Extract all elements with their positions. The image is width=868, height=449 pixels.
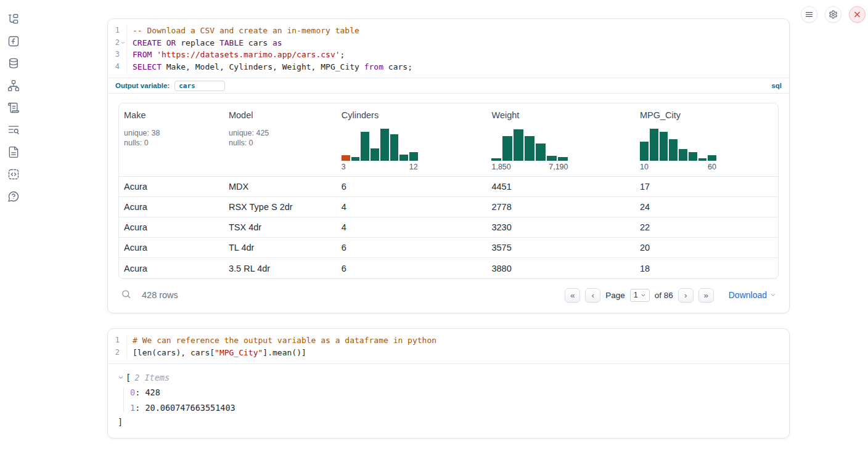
table-cell: 17 [635, 177, 778, 196]
table-cell: Acura [119, 238, 224, 257]
code-line[interactable]: 1# We can reference the output variable … [108, 334, 789, 347]
table-cell: 18 [635, 258, 778, 278]
histogram-bar[interactable] [650, 129, 658, 161]
top-right-controls [801, 6, 866, 23]
histogram-bar[interactable] [371, 148, 379, 161]
settings-button[interactable] [825, 6, 841, 23]
snippets-button[interactable] [6, 168, 21, 181]
column-header-weight: Weight1,8507,190 [486, 103, 635, 176]
table-row[interactable]: AcuraTSX 4dr4323022 [119, 217, 778, 238]
last-page-button[interactable]: » [698, 288, 714, 302]
histogram-bar[interactable] [708, 155, 716, 161]
total-pages-label: of 86 [655, 291, 673, 300]
histogram-bar[interactable] [525, 136, 534, 161]
database-button[interactable] [6, 57, 21, 70]
column-name[interactable]: Make [124, 110, 219, 120]
column-header-mpg_city: MPG_City1060 [635, 103, 778, 176]
pagination: « ‹ Page 1 of 86 › » Download [565, 288, 776, 302]
fold-chevron-icon[interactable] [120, 40, 126, 46]
functions-button[interactable] [6, 34, 21, 48]
code-line[interactable]: 3FROM 'https://datasets.marimo.app/cars.… [108, 49, 789, 61]
documentation-button[interactable] [6, 145, 21, 159]
table-row[interactable]: AcuraTL 4dr6357520 [119, 238, 778, 258]
histogram-bar[interactable] [679, 149, 687, 161]
shutdown-button[interactable] [849, 6, 866, 23]
nulls-count: nulls: 0 [229, 138, 332, 148]
code-line[interactable]: 4SELECT Make, Model, Cylinders, Weight, … [108, 61, 789, 73]
chevrons-left-icon: « [570, 291, 575, 300]
open-bracket: [ [126, 373, 131, 382]
histogram-bar[interactable] [361, 132, 369, 161]
database-icon [7, 57, 20, 70]
table-row[interactable]: AcuraRSX Type S 2dr4277824 [119, 197, 778, 217]
tree-root: [ 2 Items [118, 373, 779, 382]
line-number: 2 [108, 37, 127, 49]
column-name[interactable]: Cylinders [342, 110, 482, 120]
output-variable-label: Output variable: [115, 82, 170, 89]
collapse-toggle-button[interactable] [118, 373, 124, 382]
histogram-bar[interactable] [514, 129, 523, 161]
histogram-bar[interactable] [409, 152, 418, 161]
hist-max-label: 12 [409, 163, 418, 171]
logs-button[interactable] [6, 123, 21, 137]
dependency-graph-button[interactable] [6, 79, 21, 92]
table-footer: 428 rows « ‹ Page 1 of 86 › » Download [118, 285, 779, 305]
table-row[interactable]: Acura3.5 RL 4dr6388018 [119, 258, 778, 278]
histogram-bar[interactable] [502, 136, 512, 161]
histogram-bar[interactable] [390, 134, 399, 161]
scratchpad-button[interactable] [6, 101, 21, 115]
histogram-bar[interactable] [399, 155, 408, 161]
python-cell-output: [ 2 Items 0: 4281: 20.060747663551403 ] [108, 364, 789, 438]
histogram-bar[interactable] [491, 158, 501, 161]
histogram-bar[interactable] [536, 144, 546, 161]
table-cell: Acura [119, 258, 224, 278]
output-variable-row: Output variable: sql [108, 78, 789, 93]
page-label: Page [605, 291, 625, 300]
histogram-bar[interactable] [689, 152, 697, 161]
hist-min-label: 3 [342, 163, 346, 171]
table-cell: Acura [119, 217, 224, 237]
code-line[interactable]: 1-- Download a CSV and create an in-memo… [108, 25, 789, 37]
table-cell: 3.5 RL 4dr [224, 258, 337, 278]
histogram-bar[interactable] [351, 157, 360, 161]
first-page-button[interactable]: « [565, 288, 580, 302]
menu-icon [805, 10, 814, 19]
code-line[interactable]: 2[len(cars), cars["MPG_City"].mean()] [108, 347, 789, 359]
chevron-left-icon: ‹ [591, 291, 594, 300]
histogram-bar[interactable] [698, 158, 707, 161]
column-name[interactable]: Model [229, 110, 332, 120]
histogram-bar[interactable] [640, 142, 649, 161]
search-button[interactable] [121, 289, 131, 301]
histogram-bar[interactable] [558, 157, 568, 161]
help-button[interactable] [6, 190, 21, 203]
next-page-button[interactable]: › [678, 288, 694, 302]
column-stats: unique: 425nulls: 0 [229, 128, 332, 148]
menu-button[interactable] [801, 6, 817, 23]
column-name[interactable]: Weight [491, 110, 630, 120]
column-name[interactable]: MPG_City [640, 110, 773, 120]
histogram-bar[interactable] [380, 129, 389, 161]
sql-code-editor[interactable]: 1-- Download a CSV and create an in-memo… [108, 19, 789, 78]
table-cell: 4 [337, 197, 487, 217]
nulls-count: nulls: 0 [124, 138, 219, 148]
table-body: AcuraMDX6445117AcuraRSX Type S 2dr427782… [119, 177, 778, 278]
unique-count: unique: 425 [229, 128, 332, 138]
previous-page-button[interactable]: ‹ [585, 288, 600, 302]
page-select[interactable]: 1 [630, 289, 650, 302]
table-row[interactable]: AcuraMDX6445117 [119, 177, 778, 197]
download-button[interactable]: Download [729, 290, 776, 300]
histogram-bar[interactable] [660, 132, 668, 161]
code-line[interactable]: 2CREATE OR replace TABLE cars as [108, 37, 789, 49]
chevrons-right-icon: » [703, 291, 708, 300]
output-variable-input[interactable] [174, 81, 225, 91]
code-text: -- Download a CSV and create an in-memor… [127, 25, 359, 37]
column-histogram: 1060 [640, 127, 716, 171]
items-count-label: 2 Items [134, 373, 170, 382]
python-code-editor[interactable]: 1# We can reference the output variable … [108, 329, 789, 363]
histogram-bar[interactable] [669, 139, 678, 161]
histogram-bar[interactable] [342, 155, 350, 161]
hist-max-label: 60 [708, 163, 716, 171]
scratchpad-icon [7, 102, 20, 114]
histogram-bar[interactable] [547, 156, 557, 161]
file-tree-button[interactable] [6, 12, 21, 26]
